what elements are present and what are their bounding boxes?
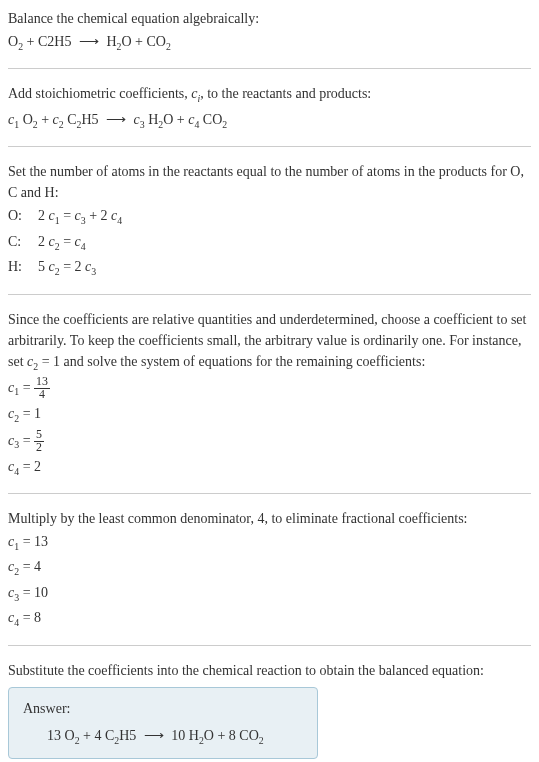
divider <box>8 493 531 494</box>
balance-text: Set the number of atoms in the reactants… <box>8 161 531 203</box>
final-c1: c1 = 13 <box>8 531 531 554</box>
divider <box>8 645 531 646</box>
problem-text: Balance the chemical equation algebraica… <box>8 8 531 29</box>
section-atom-balance: Set the number of atoms in the reactants… <box>8 161 531 279</box>
divider <box>8 68 531 69</box>
table-row: H: 5 c2 = 2 c3 <box>8 256 531 279</box>
section-solve: Since the coefficients are relative quan… <box>8 309 531 479</box>
section-problem: Balance the chemical equation algebraica… <box>8 8 531 54</box>
balance-eq: 2 c2 = c4 <box>38 231 86 254</box>
substitute-text: Substitute the coefficients into the che… <box>8 660 531 681</box>
final-c2: c2 = 4 <box>8 556 531 579</box>
answer-equation: 13 O2 + 4 C2H5 ⟶ 10 H2O + 8 CO2 <box>23 725 303 748</box>
balance-eq: 5 c2 = 2 c3 <box>38 256 96 279</box>
divider <box>8 146 531 147</box>
coeff-c1: c1 = 134 <box>8 376 531 401</box>
coeff-c3: c3 = 52 <box>8 429 531 454</box>
set-c2: c2 = 1 <box>27 354 60 369</box>
element-label: O: <box>8 205 38 228</box>
section-substitute: Substitute the coefficients into the che… <box>8 660 531 759</box>
table-row: O: 2 c1 = c3 + 2 c4 <box>8 205 531 228</box>
balance-eq: 2 c1 = c3 + 2 c4 <box>38 205 122 228</box>
coeff-equation: c1 O2 + c2 C2H5 ⟶ c3 H2O + c4 CO2 <box>8 109 531 132</box>
divider <box>8 294 531 295</box>
coeff-c4: c4 = 2 <box>8 456 531 479</box>
solve-text: Since the coefficients are relative quan… <box>8 309 531 374</box>
multiply-text: Multiply by the least common denominator… <box>8 508 531 529</box>
section-stoichiometric: Add stoichiometric coefficients, ci, to … <box>8 83 531 132</box>
element-label: C: <box>8 231 38 254</box>
ci-variable: ci <box>191 86 200 101</box>
final-c4: c4 = 8 <box>8 607 531 630</box>
table-row: C: 2 c2 = c4 <box>8 231 531 254</box>
stoich-text: Add stoichiometric coefficients, ci, to … <box>8 83 531 106</box>
section-multiply: Multiply by the least common denominator… <box>8 508 531 631</box>
initial-equation: O2 + C2H5 ⟶ H2O + CO2 <box>8 31 531 54</box>
answer-box: Answer: 13 O2 + 4 C2H5 ⟶ 10 H2O + 8 CO2 <box>8 687 318 759</box>
answer-label: Answer: <box>23 698 303 719</box>
coeff-c2: c2 = 1 <box>8 403 531 426</box>
element-label: H: <box>8 256 38 279</box>
final-c3: c3 = 10 <box>8 582 531 605</box>
